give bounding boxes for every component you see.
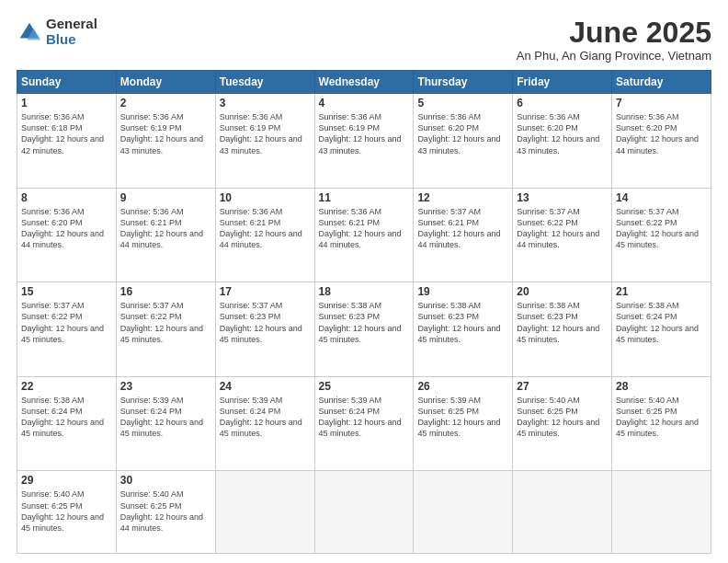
day-number: 30 (120, 474, 211, 487)
day-info: Sunrise: 5:36 AMSunset: 6:21 PMDaylight:… (120, 207, 203, 249)
day-number: 24 (220, 380, 311, 393)
day-number: 6 (517, 97, 608, 109)
logo: General Blue (17, 17, 97, 47)
day-info: Sunrise: 5:38 AMSunset: 6:23 PMDaylight:… (319, 301, 402, 343)
day-info: Sunrise: 5:37 AMSunset: 6:22 PMDaylight:… (616, 207, 699, 249)
calendar-cell: 1Sunrise: 5:36 AMSunset: 6:18 PMDaylight… (17, 94, 117, 189)
logo-blue: Blue (46, 32, 97, 48)
day-info: Sunrise: 5:36 AMSunset: 6:21 PMDaylight:… (319, 207, 402, 249)
calendar-cell: 28Sunrise: 5:40 AMSunset: 6:25 PMDayligh… (612, 376, 711, 471)
day-number: 2 (120, 97, 211, 109)
day-info: Sunrise: 5:39 AMSunset: 6:25 PMDaylight:… (417, 396, 500, 438)
calendar-cell: 26Sunrise: 5:39 AMSunset: 6:25 PMDayligh… (414, 376, 513, 471)
calendar-cell: 14Sunrise: 5:37 AMSunset: 6:22 PMDayligh… (612, 188, 711, 282)
logo-general: General (46, 17, 97, 32)
calendar-cell: 13Sunrise: 5:37 AMSunset: 6:22 PMDayligh… (513, 188, 612, 282)
day-info: Sunrise: 5:38 AMSunset: 6:23 PMDaylight:… (417, 301, 500, 343)
calendar-cell: 4Sunrise: 5:36 AMSunset: 6:19 PMDaylight… (314, 94, 414, 189)
calendar-cell: 17Sunrise: 5:37 AMSunset: 6:23 PMDayligh… (215, 282, 314, 377)
day-number: 26 (417, 380, 508, 393)
day-number: 8 (21, 191, 112, 204)
calendar-cell: 3Sunrise: 5:36 AMSunset: 6:19 PMDaylight… (215, 94, 314, 189)
day-info: Sunrise: 5:37 AMSunset: 6:22 PMDaylight:… (21, 301, 104, 343)
calendar-header-tuesday: Tuesday (215, 71, 314, 94)
calendar-cell (215, 471, 314, 554)
day-number: 22 (21, 380, 112, 393)
day-number: 23 (120, 380, 211, 393)
day-info: Sunrise: 5:38 AMSunset: 6:24 PMDaylight:… (616, 301, 699, 343)
day-number: 25 (319, 380, 410, 393)
calendar-cell: 30Sunrise: 5:40 AMSunset: 6:25 PMDayligh… (116, 471, 215, 554)
calendar-cell: 16Sunrise: 5:37 AMSunset: 6:22 PMDayligh… (116, 282, 215, 377)
calendar-cell: 8Sunrise: 5:36 AMSunset: 6:20 PMDaylight… (17, 188, 117, 282)
day-info: Sunrise: 5:36 AMSunset: 6:19 PMDaylight:… (120, 112, 203, 155)
day-number: 3 (220, 97, 311, 109)
calendar-week-4: 22Sunrise: 5:38 AMSunset: 6:24 PMDayligh… (17, 376, 711, 471)
calendar-header-thursday: Thursday (414, 71, 513, 94)
day-info: Sunrise: 5:40 AMSunset: 6:25 PMDaylight:… (21, 489, 104, 532)
day-number: 7 (616, 97, 707, 109)
day-info: Sunrise: 5:40 AMSunset: 6:25 PMDaylight:… (616, 396, 699, 438)
calendar-cell: 27Sunrise: 5:40 AMSunset: 6:25 PMDayligh… (513, 376, 612, 471)
title-month: June 2025 (517, 17, 711, 49)
calendar-cell: 24Sunrise: 5:39 AMSunset: 6:24 PMDayligh… (215, 376, 314, 471)
calendar-cell: 29Sunrise: 5:40 AMSunset: 6:25 PMDayligh… (17, 471, 117, 554)
day-info: Sunrise: 5:36 AMSunset: 6:21 PMDaylight:… (220, 207, 302, 249)
title-location: An Phu, An Giang Province, Vietnam (517, 49, 711, 63)
calendar-header-friday: Friday (513, 71, 612, 94)
calendar-cell: 9Sunrise: 5:36 AMSunset: 6:21 PMDaylight… (116, 188, 215, 282)
day-info: Sunrise: 5:39 AMSunset: 6:24 PMDaylight:… (319, 396, 402, 438)
day-info: Sunrise: 5:38 AMSunset: 6:24 PMDaylight:… (21, 396, 104, 438)
calendar-table: SundayMondayTuesdayWednesdayThursdayFrid… (17, 70, 711, 554)
day-number: 27 (517, 380, 608, 393)
day-number: 16 (120, 285, 211, 298)
calendar-cell (314, 471, 414, 554)
day-info: Sunrise: 5:36 AMSunset: 6:19 PMDaylight:… (220, 112, 302, 155)
calendar-cell: 12Sunrise: 5:37 AMSunset: 6:21 PMDayligh… (414, 188, 513, 282)
day-info: Sunrise: 5:36 AMSunset: 6:20 PMDaylight:… (616, 112, 699, 155)
logo-text: General Blue (46, 17, 97, 47)
calendar-header-saturday: Saturday (612, 71, 711, 94)
calendar-cell: 23Sunrise: 5:39 AMSunset: 6:24 PMDayligh… (116, 376, 215, 471)
day-info: Sunrise: 5:36 AMSunset: 6:20 PMDaylight:… (417, 112, 500, 155)
calendar-cell: 5Sunrise: 5:36 AMSunset: 6:20 PMDaylight… (414, 94, 513, 189)
day-number: 12 (417, 191, 508, 204)
logo-icon (17, 19, 42, 45)
calendar-cell: 15Sunrise: 5:37 AMSunset: 6:22 PMDayligh… (17, 282, 117, 377)
calendar-cell (414, 471, 513, 554)
calendar-week-1: 1Sunrise: 5:36 AMSunset: 6:18 PMDaylight… (17, 94, 711, 189)
day-number: 9 (120, 191, 211, 204)
day-number: 13 (517, 191, 608, 204)
day-number: 11 (319, 191, 410, 204)
day-info: Sunrise: 5:38 AMSunset: 6:23 PMDaylight:… (517, 301, 599, 343)
day-number: 1 (21, 97, 112, 109)
day-info: Sunrise: 5:39 AMSunset: 6:24 PMDaylight:… (220, 396, 302, 438)
calendar-week-5: 29Sunrise: 5:40 AMSunset: 6:25 PMDayligh… (17, 471, 711, 554)
day-number: 18 (319, 285, 410, 298)
calendar-cell (612, 471, 711, 554)
day-info: Sunrise: 5:39 AMSunset: 6:24 PMDaylight:… (120, 396, 203, 438)
day-info: Sunrise: 5:36 AMSunset: 6:19 PMDaylight:… (319, 112, 402, 155)
calendar-header-monday: Monday (116, 71, 215, 94)
calendar-week-2: 8Sunrise: 5:36 AMSunset: 6:20 PMDaylight… (17, 188, 711, 282)
title-block: June 2025 An Phu, An Giang Province, Vie… (517, 17, 711, 63)
calendar-cell: 18Sunrise: 5:38 AMSunset: 6:23 PMDayligh… (314, 282, 414, 377)
calendar-cell: 19Sunrise: 5:38 AMSunset: 6:23 PMDayligh… (414, 282, 513, 377)
calendar-cell: 10Sunrise: 5:36 AMSunset: 6:21 PMDayligh… (215, 188, 314, 282)
day-info: Sunrise: 5:37 AMSunset: 6:21 PMDaylight:… (417, 207, 500, 249)
day-number: 15 (21, 285, 112, 298)
day-info: Sunrise: 5:37 AMSunset: 6:23 PMDaylight:… (220, 301, 302, 343)
day-number: 10 (220, 191, 311, 204)
day-number: 21 (616, 285, 707, 298)
day-number: 28 (616, 380, 707, 393)
calendar-header-row: SundayMondayTuesdayWednesdayThursdayFrid… (17, 71, 711, 94)
calendar-cell: 2Sunrise: 5:36 AMSunset: 6:19 PMDaylight… (116, 94, 215, 189)
calendar-cell (513, 471, 612, 554)
day-info: Sunrise: 5:37 AMSunset: 6:22 PMDaylight:… (120, 301, 203, 343)
calendar-cell: 25Sunrise: 5:39 AMSunset: 6:24 PMDayligh… (314, 376, 414, 471)
day-info: Sunrise: 5:36 AMSunset: 6:20 PMDaylight:… (21, 207, 104, 249)
day-number: 19 (417, 285, 508, 298)
day-info: Sunrise: 5:37 AMSunset: 6:22 PMDaylight:… (517, 207, 599, 249)
day-info: Sunrise: 5:36 AMSunset: 6:20 PMDaylight:… (517, 112, 599, 155)
day-number: 14 (616, 191, 707, 204)
